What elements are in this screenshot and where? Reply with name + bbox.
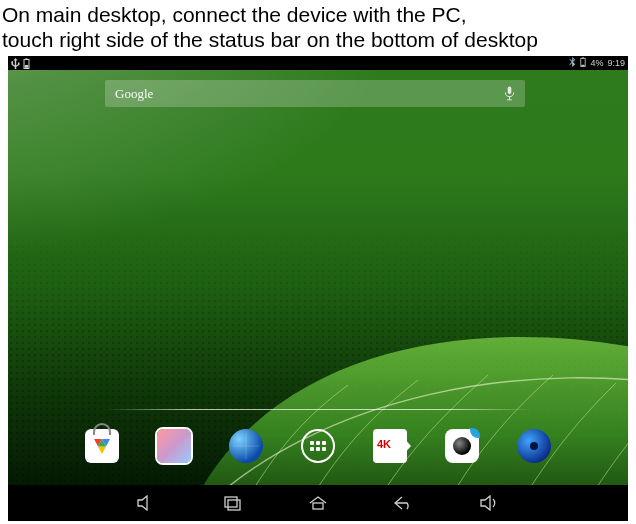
tablet-screenshot: 4% 9:19	[8, 56, 628, 521]
navigation-bar	[8, 485, 628, 521]
clock-text: 9:19	[607, 58, 625, 68]
svg-rect-2	[25, 65, 28, 68]
svg-rect-4	[583, 57, 585, 58]
battery-percent-text: 4%	[590, 58, 603, 68]
status-bar-left	[11, 58, 30, 69]
page-indicator	[103, 409, 533, 410]
volume-up-button[interactable]	[476, 492, 504, 514]
home-button[interactable]	[304, 492, 332, 514]
bluetooth-icon	[569, 57, 576, 69]
instruction-line-1: On main desktop, connect the device with…	[2, 3, 467, 26]
svg-rect-16	[313, 503, 323, 509]
all-apps-icon[interactable]	[301, 429, 335, 463]
google-search-widget[interactable]: Google	[105, 80, 525, 107]
battery-small-icon	[580, 57, 586, 69]
dock: 4K	[8, 426, 628, 466]
status-bar-right[interactable]: 4% 9:19	[569, 57, 625, 69]
recent-apps-button[interactable]	[218, 492, 246, 514]
svg-rect-1	[26, 58, 28, 59]
svg-rect-15	[228, 500, 240, 510]
4k-player-icon[interactable]: 4K	[373, 429, 407, 463]
instruction-text: On main desktop, connect the device with…	[0, 0, 636, 56]
instruction-line-2: touch right side of the status bar on th…	[2, 28, 538, 51]
svg-rect-5	[582, 65, 585, 66]
gallery-icon[interactable]	[157, 429, 191, 463]
camera-icon[interactable]	[445, 429, 479, 463]
home-screen[interactable]: Google 4K	[8, 70, 628, 485]
battery-icon	[23, 58, 30, 69]
back-button[interactable]	[390, 492, 418, 514]
4k-label: 4K	[377, 438, 391, 450]
mic-icon[interactable]	[504, 86, 515, 101]
google-search-label: Google	[115, 86, 153, 102]
play-store-icon[interactable]	[85, 429, 119, 463]
browser-icon[interactable]	[229, 429, 263, 463]
usb-icon	[11, 58, 20, 69]
svg-rect-14	[225, 497, 237, 507]
music-icon[interactable]	[517, 429, 551, 463]
svg-marker-12	[98, 447, 106, 455]
status-bar[interactable]: 4% 9:19	[8, 56, 628, 70]
volume-down-button[interactable]	[132, 492, 160, 514]
svg-rect-6	[508, 87, 512, 95]
